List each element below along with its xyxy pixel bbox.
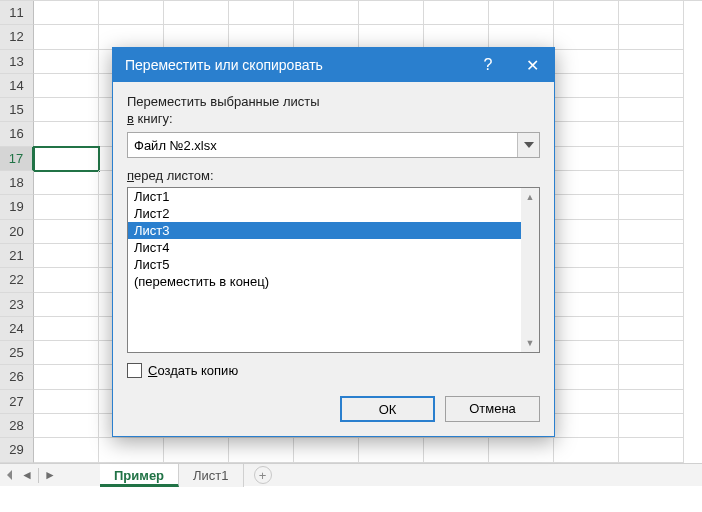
cell[interactable] <box>554 317 619 341</box>
dialog-titlebar[interactable]: Переместить или скопировать ? ✕ <box>113 48 554 82</box>
cell[interactable] <box>619 50 684 74</box>
row-header[interactable]: 15 <box>0 98 34 122</box>
cell[interactable] <box>554 74 619 98</box>
cell[interactable] <box>34 1 99 25</box>
cell[interactable] <box>34 195 99 219</box>
cell[interactable] <box>359 1 424 25</box>
cell[interactable] <box>554 414 619 438</box>
sheet-tab[interactable]: Пример <box>100 464 179 487</box>
cell[interactable] <box>34 220 99 244</box>
cell[interactable] <box>619 293 684 317</box>
scrollbar[interactable]: ▲ ▼ <box>521 188 539 352</box>
cell[interactable] <box>489 1 554 25</box>
row-header[interactable]: 22 <box>0 268 34 292</box>
tab-nav-next-icon[interactable]: ► <box>41 464 59 486</box>
list-item[interactable]: Лист3 <box>128 222 521 239</box>
ok-button[interactable]: ОК <box>340 396 435 422</box>
cell[interactable] <box>34 122 99 146</box>
cell[interactable] <box>619 438 684 462</box>
cell[interactable] <box>34 25 99 49</box>
sheet-tab[interactable]: Лист1 <box>179 464 243 487</box>
row-header[interactable]: 18 <box>0 171 34 195</box>
row-header[interactable]: 25 <box>0 341 34 365</box>
cell[interactable] <box>554 98 619 122</box>
cell[interactable] <box>294 25 359 49</box>
cell[interactable] <box>619 74 684 98</box>
cell[interactable] <box>34 74 99 98</box>
close-button[interactable]: ✕ <box>510 48 554 82</box>
cell[interactable] <box>34 98 99 122</box>
cancel-button[interactable]: Отмена <box>445 396 540 422</box>
cell[interactable] <box>34 390 99 414</box>
cell[interactable] <box>554 365 619 389</box>
cell[interactable] <box>164 25 229 49</box>
cell[interactable] <box>554 244 619 268</box>
list-item[interactable]: (переместить в конец) <box>128 273 521 290</box>
cell[interactable] <box>424 25 489 49</box>
tab-nav-prev-icon[interactable]: ◄ <box>18 464 36 486</box>
cell[interactable] <box>99 25 164 49</box>
cell[interactable] <box>554 25 619 49</box>
cell[interactable] <box>619 244 684 268</box>
cell[interactable] <box>554 390 619 414</box>
cell[interactable] <box>34 317 99 341</box>
row-header[interactable]: 28 <box>0 414 34 438</box>
cell[interactable] <box>164 438 229 462</box>
scroll-up-icon[interactable]: ▲ <box>521 188 539 206</box>
cell[interactable] <box>554 147 619 171</box>
cell[interactable] <box>619 195 684 219</box>
cell[interactable] <box>34 268 99 292</box>
tab-nav-first-icon[interactable] <box>0 464 18 486</box>
row-header[interactable]: 19 <box>0 195 34 219</box>
row-header[interactable]: 13 <box>0 50 34 74</box>
cell[interactable] <box>359 25 424 49</box>
cell[interactable] <box>619 414 684 438</box>
cell[interactable] <box>229 1 294 25</box>
cell[interactable] <box>554 122 619 146</box>
cell[interactable] <box>619 220 684 244</box>
cell[interactable] <box>34 147 99 171</box>
cell[interactable] <box>554 341 619 365</box>
book-combo[interactable]: Файл №2.xlsx <box>127 132 540 158</box>
row-header[interactable]: 12 <box>0 25 34 49</box>
help-button[interactable]: ? <box>466 48 510 82</box>
cell[interactable] <box>554 1 619 25</box>
create-copy-checkbox[interactable] <box>127 363 142 378</box>
cell[interactable] <box>294 1 359 25</box>
cell[interactable] <box>619 1 684 25</box>
cell[interactable] <box>34 50 99 74</box>
row-header[interactable]: 16 <box>0 122 34 146</box>
list-item[interactable]: Лист4 <box>128 239 521 256</box>
cell[interactable] <box>554 293 619 317</box>
cell[interactable] <box>229 438 294 462</box>
cell[interactable] <box>424 438 489 462</box>
cell[interactable] <box>99 1 164 25</box>
scroll-down-icon[interactable]: ▼ <box>521 334 539 352</box>
sheet-listbox[interactable]: Лист1Лист2Лист3Лист4Лист5(переместить в … <box>127 187 540 353</box>
add-sheet-button[interactable]: + <box>254 466 272 484</box>
cell[interactable] <box>34 438 99 462</box>
cell[interactable] <box>554 171 619 195</box>
cell[interactable] <box>619 122 684 146</box>
cell[interactable] <box>619 341 684 365</box>
cell[interactable] <box>34 293 99 317</box>
cell[interactable] <box>619 171 684 195</box>
list-item[interactable]: Лист2 <box>128 205 521 222</box>
cell[interactable] <box>34 414 99 438</box>
cell[interactable] <box>359 438 424 462</box>
cell[interactable] <box>34 341 99 365</box>
row-header[interactable]: 29 <box>0 438 34 462</box>
row-header[interactable]: 21 <box>0 244 34 268</box>
cell[interactable] <box>619 147 684 171</box>
cell[interactable] <box>34 244 99 268</box>
create-copy-row[interactable]: Создать копию <box>127 363 540 378</box>
cell[interactable] <box>424 1 489 25</box>
cell[interactable] <box>619 390 684 414</box>
cell[interactable] <box>554 268 619 292</box>
cell[interactable] <box>554 220 619 244</box>
cell[interactable] <box>34 365 99 389</box>
cell[interactable] <box>554 195 619 219</box>
cell[interactable] <box>619 25 684 49</box>
cell[interactable] <box>619 268 684 292</box>
cell[interactable] <box>619 98 684 122</box>
